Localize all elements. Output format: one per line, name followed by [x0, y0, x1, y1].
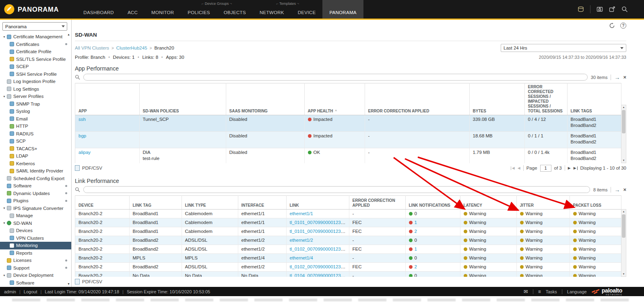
- app-search-input[interactable]: [83, 74, 588, 81]
- breadcrumb-all-vpn-clusters[interactable]: All VPN Clusters: [75, 46, 109, 50]
- col-link-notifications[interactable]: LINK NOTIFICATIONS: [405, 196, 460, 210]
- nav-acc[interactable]: ACC: [121, 0, 144, 19]
- sidebar-item-log-settings[interactable]: Log Settings: [0, 85, 71, 93]
- nav-objects[interactable]: OBJECTS: [217, 10, 253, 19]
- table-row[interactable]: ssh Tunnel_SCP Disabled Impacted - 339.0…: [75, 115, 621, 132]
- next-page-icon[interactable]: ▶: [568, 166, 571, 170]
- col-app-health[interactable]: APP HEALTH^: [304, 83, 365, 115]
- sidebar-item-server-profiles[interactable]: ▼Server Profiles: [0, 93, 71, 100]
- apply-filter-icon[interactable]: →: [614, 187, 620, 193]
- link-link[interactable]: tl_0102_00709900001237...: [290, 264, 347, 269]
- col-device[interactable]: DEVICE: [75, 196, 129, 210]
- logout-link[interactable]: Logout: [16, 289, 37, 294]
- sidebar-item-software-deployment[interactable]: Software: [0, 279, 71, 287]
- scroll-down-icon[interactable]: ▼: [621, 158, 626, 163]
- col-link[interactable]: LINK: [286, 196, 349, 210]
- col-error-correction-applied[interactable]: ERROR CORRECTION APPLIED: [349, 196, 405, 210]
- help-icon[interactable]: ?: [620, 23, 626, 29]
- messages-icon[interactable]: ✉: [524, 289, 528, 294]
- table-row[interactable]: Branch20-2 BroadBand2 ADSL/DSL ethernet1…: [75, 236, 621, 245]
- sidebar-item-vpn-clusters[interactable]: VPN Clusters: [0, 235, 71, 242]
- pdf-csv-button[interactable]: PDF/CSV: [82, 166, 102, 170]
- nav-device[interactable]: DEVICE: [291, 10, 323, 19]
- col-link-type[interactable]: LINK TYPE: [182, 196, 238, 210]
- col-link-tags[interactable]: LINK TAGS: [567, 83, 621, 115]
- table-row[interactable]: Branch20-2 BroadBand1 Cablemodem etherne…: [75, 210, 621, 218]
- col-saas-monitoring[interactable]: SAAS MONITORING: [226, 83, 304, 115]
- sidebar-item-radius[interactable]: RADIUS: [0, 130, 71, 138]
- apply-filter-icon[interactable]: →: [614, 75, 620, 80]
- commit-status-icon[interactable]: [578, 6, 584, 12]
- nav-dashboard[interactable]: DASHBOARD: [76, 0, 121, 19]
- sidebar-item-certificate-profile[interactable]: Certificate Profile: [0, 48, 71, 56]
- sidebar-item-sd-wan[interactable]: ▼SD-WAN: [0, 220, 71, 227]
- scroll-down-icon[interactable]: ▼: [621, 272, 626, 276]
- global-search-icon[interactable]: [621, 6, 628, 12]
- app-link[interactable]: ssh: [78, 117, 86, 122]
- col-error-correction-applied[interactable]: ERROR CORRECTION APPLIED: [365, 83, 469, 115]
- sidebar-item-device-deployment[interactable]: ▼Device Deployment: [0, 272, 71, 279]
- popout-window-icon[interactable]: [609, 6, 615, 12]
- sidebar-item-devices[interactable]: Devices: [0, 227, 71, 235]
- clear-filter-icon[interactable]: ×: [623, 75, 626, 80]
- nav-network[interactable]: NETWORK: [253, 10, 291, 19]
- col-jitter[interactable]: JITTER: [516, 196, 570, 210]
- sidebar-item-scheduled-config-export[interactable]: Scheduled Config Export: [0, 175, 71, 183]
- device-lock-icon[interactable]: [597, 6, 603, 12]
- scrollbar-thumb[interactable]: [622, 110, 625, 133]
- expander-icon[interactable]: ▼: [2, 222, 6, 224]
- sidebar-item-dynamic-updates[interactable]: Dynamic Updates: [0, 190, 71, 197]
- col-link-tag[interactable]: LINK TAG: [129, 196, 182, 210]
- scroll-up-icon[interactable]: ▲: [621, 210, 626, 214]
- sidebar-item-tacacs[interactable]: TACACS+: [0, 145, 71, 153]
- sidebar-item-manage[interactable]: Manage: [0, 212, 71, 220]
- time-range-select[interactable]: Last 24 Hrs: [501, 44, 626, 52]
- sidebar-item-licenses[interactable]: Licenses: [0, 257, 71, 264]
- sidebar-item-log-ingestion-profile[interactable]: Log Ingestion Profile: [0, 78, 71, 85]
- prev-page-icon[interactable]: ◀: [518, 166, 520, 170]
- col-sdwan-policies[interactable]: SD-WAN POLICIES: [139, 83, 226, 115]
- sidebar-item-support[interactable]: Support: [0, 264, 71, 272]
- nav-panorama[interactable]: PANORAMA: [322, 0, 363, 19]
- expander-icon[interactable]: ▼: [2, 95, 6, 98]
- sidebar-item-ldap[interactable]: LDAP: [0, 152, 71, 160]
- table-row[interactable]: alipay DIAtest-rule Disabled OK - 1.79 M…: [75, 148, 621, 164]
- sidebar-item-scep[interactable]: SCEP: [0, 63, 71, 71]
- table-row[interactable]: Branch20-2 No Data No Data No Data tl_01…: [75, 272, 621, 277]
- nav-policies[interactable]: POLICIES: [181, 10, 217, 19]
- app-link[interactable]: bgp: [78, 133, 86, 138]
- sidebar-item-snmp-trap[interactable]: SNMP Trap: [0, 100, 71, 108]
- table-row[interactable]: Branch20-2 MPLS MPLS ethernet1/4 etherne…: [75, 254, 621, 263]
- scrollbar-thumb[interactable]: [622, 214, 625, 238]
- sidebar-item-ips-signature-converter[interactable]: ▼IPS Signature Converter: [0, 205, 71, 212]
- sidebar-item-plugins[interactable]: Plugins: [0, 197, 71, 205]
- link-search-input[interactable]: [83, 186, 590, 193]
- panorama-logo[interactable]: PANORAMA: [0, 0, 65, 19]
- sidebar-item-saml-identity-provider[interactable]: SAML Identity Provider: [0, 167, 71, 175]
- paloalto-logo[interactable]: paloalto NETWORKS: [592, 288, 622, 296]
- sidebar-item-certificates[interactable]: Certificates: [0, 41, 71, 48]
- col-app[interactable]: APP: [75, 83, 139, 115]
- pdf-csv-button[interactable]: PDF/CSV: [82, 279, 102, 284]
- sidebar-item-ssl-tls-service-profile[interactable]: SSL/TLS Service Profile: [0, 56, 71, 63]
- link-link[interactable]: tl_0104_00709900001237...: [290, 273, 347, 277]
- expander-icon[interactable]: ▼: [2, 207, 6, 210]
- link-link[interactable]: ethernet1/4: [290, 255, 313, 260]
- app-link[interactable]: alipay: [78, 150, 91, 155]
- table-row[interactable]: Branch20-2 BroadBand1 Cablemodem etherne…: [75, 227, 621, 236]
- sidebar-item-email[interactable]: Email: [0, 115, 71, 123]
- language-button[interactable]: Language: [567, 289, 587, 294]
- sidebar-item-http[interactable]: HTTP: [0, 122, 71, 130]
- page-number-input[interactable]: [540, 165, 551, 172]
- sidebar-scroll-down-icon[interactable]: ▼: [67, 282, 70, 285]
- tasks-icon[interactable]: ≡: [538, 289, 541, 294]
- sidebar-item-certificate-management[interactable]: ▼Certificate Management: [0, 33, 71, 41]
- vertical-scrollbar[interactable]: ▲ ▼: [621, 105, 626, 163]
- col-packet-loss[interactable]: PACKET LOSS: [570, 196, 621, 210]
- link-link[interactable]: tl_0101_00709900001237...: [290, 229, 347, 234]
- table-row[interactable]: bgp Disabled Impacted - 18.68 MB 0 / 1 /…: [75, 132, 621, 148]
- sidebar-item-monitoring[interactable]: Monitoring: [0, 242, 71, 249]
- sidebar-item-software[interactable]: Software: [0, 182, 71, 190]
- sidebar-scroll-up-icon[interactable]: ▲: [67, 33, 70, 36]
- link-link[interactable]: ethernet1/1: [290, 211, 313, 216]
